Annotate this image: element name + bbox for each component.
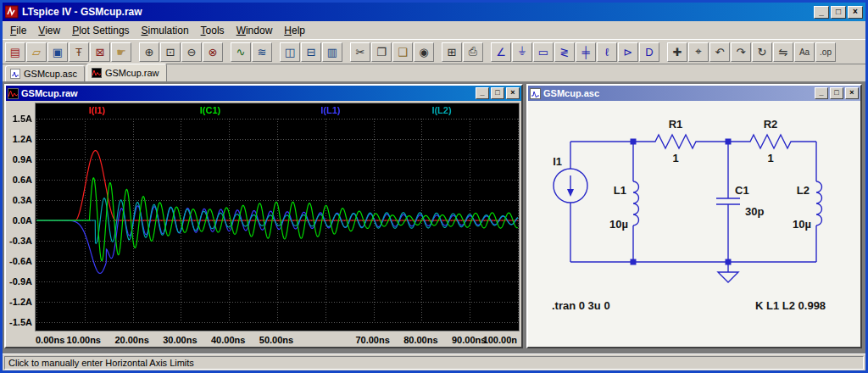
y-axis-tick[interactable]: -0.3A	[6, 236, 32, 246]
move-button[interactable]: ✚	[667, 42, 687, 62]
x-axis-tick[interactable]: 10.00ns	[67, 335, 101, 345]
value-l1[interactable]: 10µ	[609, 218, 628, 231]
capacitor-button[interactable]: ╪	[576, 42, 596, 62]
diode-button[interactable]: ⊳	[618, 42, 638, 62]
rotate-button[interactable]: ↻	[752, 42, 772, 62]
paste-button[interactable]: ❑	[392, 42, 413, 62]
find-button[interactable]: ◉	[414, 42, 434, 62]
minimize-button[interactable]: _	[814, 6, 829, 19]
x-axis-tick[interactable]: 90.00ns	[452, 335, 486, 345]
schematic-minimize-button[interactable]: _	[815, 87, 828, 99]
menu-file[interactable]: File	[4, 22, 32, 39]
ground-symbol[interactable]	[718, 272, 738, 282]
legend-trace-label[interactable]: I(L2)	[431, 105, 451, 115]
label-c1[interactable]: C1	[735, 184, 749, 197]
label-r1[interactable]: R1	[669, 118, 683, 131]
resistor-r2[interactable]	[728, 135, 816, 148]
resistor-button[interactable]: ≷	[554, 42, 575, 62]
close-button[interactable]: ×	[848, 6, 863, 19]
x-axis-tick[interactable]: 20.00ns	[114, 335, 148, 345]
resistor-r1[interactable]	[633, 135, 728, 148]
redo-button[interactable]: ↷	[731, 42, 751, 62]
tab-gsmcup-raw[interactable]: GSMcup.raw	[86, 64, 167, 81]
save-button[interactable]: ▣	[47, 42, 68, 62]
tile-vertical-button[interactable]: ◫	[280, 42, 300, 62]
x-axis-tick[interactable]: 30.00ns	[163, 335, 197, 345]
spice-directive-button[interactable]: .op	[815, 42, 836, 62]
plot-settings-button[interactable]: ≋	[252, 42, 272, 62]
x-axis[interactable]: 0.00ns10.00ns20.00ns30.00ns40.00ns50.00n…	[35, 333, 520, 347]
tile-horizontal-button[interactable]: ⊟	[301, 42, 321, 62]
zoom-full-button[interactable]: ⊗	[203, 42, 223, 62]
tab-gsmcup-asc[interactable]: GSMcup.asc	[5, 65, 85, 81]
legend-trace-label[interactable]: I(L1)	[320, 105, 340, 115]
value-r1[interactable]: 1	[672, 152, 678, 164]
menu-window[interactable]: Window	[231, 22, 279, 39]
halt-button[interactable]: ⊠	[90, 42, 110, 62]
cascade-button[interactable]: ▥	[322, 42, 342, 62]
label-l2[interactable]: L2	[797, 184, 810, 197]
y-axis-tick[interactable]: -0.9A	[6, 276, 32, 287]
net-label-button[interactable]: ▭	[533, 42, 554, 62]
legend-trace-label[interactable]: I(C1)	[200, 105, 220, 115]
value-r2[interactable]: 1	[767, 152, 773, 164]
menu-view[interactable]: View	[32, 22, 66, 39]
directive-coupling[interactable]: K L1 L2 0.998	[755, 299, 826, 312]
undo-button[interactable]: ↶	[709, 42, 730, 62]
text-button[interactable]: Aa	[794, 42, 815, 62]
x-axis-tick[interactable]: 40.00ns	[211, 335, 245, 345]
inductor-l1[interactable]	[633, 181, 639, 225]
component-button[interactable]: D	[639, 42, 659, 62]
directive-tran[interactable]: .tran 0 3u 0	[552, 299, 610, 312]
schematic-close-button[interactable]: ×	[845, 87, 859, 99]
draw-wire-button[interactable]: ∠	[491, 42, 511, 62]
print-button[interactable]: ⎙	[463, 42, 483, 62]
zoom-out-button[interactable]: ⊖	[181, 42, 202, 62]
y-axis-tick[interactable]: 0.9A	[6, 154, 32, 164]
value-l2[interactable]: 10µ	[793, 218, 811, 231]
open-button[interactable]: ▱	[26, 42, 47, 62]
menu-simulation[interactable]: Simulation	[136, 22, 195, 39]
print-preview-button[interactable]: ⊞	[442, 42, 462, 62]
waveform-minimize-button[interactable]: _	[476, 87, 489, 99]
y-axis-tick[interactable]: -1.2A	[6, 297, 32, 307]
inductor-button[interactable]: ℓ	[597, 42, 617, 62]
menu-help[interactable]: Help	[278, 22, 311, 39]
menu-tools[interactable]: Tools	[195, 22, 231, 39]
y-axis-tick[interactable]: -1.5A	[6, 317, 32, 327]
autorange-button[interactable]: ∿	[231, 42, 251, 62]
pan-button[interactable]: ☛	[111, 42, 131, 62]
value-c1[interactable]: 30p	[745, 205, 764, 218]
y-axis-tick[interactable]: 1.2A	[6, 134, 32, 144]
y-axis-tick[interactable]: 0.3A	[6, 195, 32, 205]
mirror-button[interactable]: ⇋	[773, 42, 793, 62]
copy-button[interactable]: ❐	[371, 42, 392, 62]
cut-button[interactable]: ✂	[350, 42, 370, 62]
drag-button[interactable]: ⌖	[688, 42, 709, 62]
y-axis-tick[interactable]: -0.6A	[6, 256, 32, 266]
inductor-l2[interactable]	[816, 181, 822, 225]
schematic-maximize-button[interactable]: □	[830, 87, 843, 99]
waveform-canvas[interactable]	[36, 103, 519, 331]
capacitor-c1[interactable]	[716, 198, 740, 204]
maximize-button[interactable]: □	[831, 6, 846, 19]
x-axis-tick[interactable]: 80.00ns	[403, 335, 437, 345]
ground-button[interactable]: ⏚	[512, 42, 532, 62]
y-axis-tick[interactable]: 0.0A	[6, 215, 32, 225]
zoom-in-button[interactable]: ⊕	[139, 42, 159, 62]
label-l1[interactable]: L1	[614, 184, 626, 197]
y-axis-tick[interactable]: 0.6A	[6, 175, 32, 185]
x-axis-tick[interactable]: 70.00ns	[355, 335, 389, 345]
x-axis-tick[interactable]: 100.00n	[483, 335, 517, 345]
waveform-maximize-button[interactable]: □	[491, 87, 504, 99]
menu-plot-settings[interactable]: Plot Settings	[66, 22, 135, 39]
legend-trace-label[interactable]: I(I1)	[89, 105, 106, 115]
label-r2[interactable]: R2	[764, 118, 778, 131]
schematic-canvas[interactable]: I1 R1 1 R2 1 L1 10µ C1 30p L2 10µ .tran …	[528, 101, 860, 347]
zoom-area-button[interactable]: ⊡	[160, 42, 181, 62]
run-button[interactable]: Ŧ	[69, 42, 89, 62]
label-i1[interactable]: I1	[553, 155, 562, 168]
new-schematic-button[interactable]: ▤	[5, 42, 25, 62]
y-axis-tick[interactable]: 1.5A	[6, 114, 32, 124]
x-axis-tick[interactable]: 0.00ns	[36, 335, 64, 345]
